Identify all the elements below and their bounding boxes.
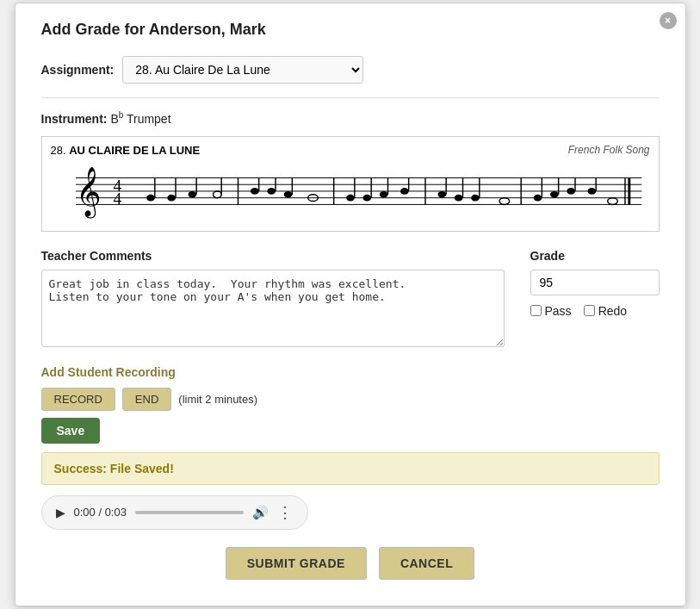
add-recording-link[interactable]: Add Student Recording bbox=[41, 365, 176, 379]
comments-section: Teacher Comments bbox=[41, 249, 505, 351]
grade-input[interactable] bbox=[530, 270, 660, 295]
sheet-music-container: 28. AU CLAIRE DE LA LUNE French Folk Son… bbox=[41, 136, 660, 232]
pass-label: Pass bbox=[545, 304, 572, 318]
sheet-music-attribution: French Folk Song bbox=[568, 144, 650, 156]
grade-label: Grade bbox=[530, 249, 660, 263]
svg-point-36 bbox=[454, 195, 462, 202]
divider bbox=[41, 97, 660, 98]
more-options-button[interactable]: ⋮ bbox=[277, 503, 294, 522]
sheet-music-staff: 𝄞 4 4 bbox=[51, 160, 650, 221]
svg-point-12 bbox=[188, 191, 196, 198]
sheet-music-title: 28. AU CLAIRE DE LA LUNE bbox=[51, 144, 201, 157]
svg-point-46 bbox=[567, 188, 575, 195]
svg-text:𝄞: 𝄞 bbox=[76, 167, 102, 219]
svg-point-8 bbox=[146, 195, 155, 202]
footer-buttons: SUBMIT GRADE CANCEL bbox=[41, 547, 660, 580]
svg-point-52 bbox=[607, 198, 617, 205]
svg-point-19 bbox=[267, 188, 276, 195]
bottom-section: Teacher Comments Grade Pass Redo bbox=[41, 249, 660, 351]
comments-textarea[interactable] bbox=[41, 270, 505, 347]
pass-checkbox[interactable] bbox=[530, 305, 542, 316]
svg-point-21 bbox=[283, 191, 292, 198]
svg-point-38 bbox=[471, 195, 480, 202]
assignment-row: Assignment: 28. Au Claire De La Lune bbox=[41, 56, 660, 84]
audio-player: ▶ 0:00 / 0:03 🔊 ⋮ bbox=[41, 495, 308, 530]
svg-point-25 bbox=[346, 195, 355, 202]
submit-grade-button[interactable]: SUBMIT GRADE bbox=[226, 547, 367, 580]
modal-title: Add Grade for Anderson, Mark bbox=[41, 21, 660, 39]
redo-label: Redo bbox=[598, 304, 627, 318]
cancel-button[interactable]: CANCEL bbox=[379, 547, 474, 580]
svg-point-29 bbox=[379, 191, 387, 198]
svg-point-42 bbox=[533, 195, 542, 202]
sheet-music-header: 28. AU CLAIRE DE LA LUNE French Folk Son… bbox=[51, 144, 650, 157]
add-grade-modal: × Add Grade for Anderson, Mark Assignmen… bbox=[15, 3, 686, 606]
success-banner: Success: File Saved! bbox=[41, 452, 660, 485]
redo-checkbox-label[interactable]: Redo bbox=[584, 304, 627, 318]
svg-text:4: 4 bbox=[113, 190, 121, 208]
instrument-suffix: Trumpet bbox=[123, 112, 170, 126]
redo-checkbox[interactable] bbox=[584, 305, 595, 316]
limit-text: (limit 2 minutes) bbox=[178, 393, 257, 406]
instrument-name: B bbox=[110, 112, 118, 126]
svg-point-10 bbox=[167, 195, 176, 202]
sheet-music-number: 28. bbox=[51, 144, 66, 157]
svg-point-34 bbox=[437, 191, 446, 198]
svg-point-17 bbox=[251, 188, 259, 195]
instrument-row: Instrument: Bb Trumpet bbox=[41, 110, 660, 126]
record-button[interactable]: RECORD bbox=[41, 388, 115, 411]
close-button[interactable]: × bbox=[660, 12, 677, 29]
svg-point-14 bbox=[213, 191, 221, 198]
sheet-music-name: AU CLAIRE DE LA LUNE bbox=[69, 144, 200, 157]
play-button[interactable]: ▶ bbox=[56, 506, 65, 519]
save-button[interactable]: Save bbox=[41, 418, 101, 444]
svg-point-44 bbox=[550, 191, 559, 198]
assignment-select[interactable]: 28. Au Claire De La Lune bbox=[122, 56, 363, 84]
svg-point-40 bbox=[499, 198, 510, 205]
checkbox-row: Pass Redo bbox=[530, 304, 660, 318]
recording-controls: RECORD END (limit 2 minutes) bbox=[41, 388, 660, 411]
time-display: 0:00 / 0:03 bbox=[74, 506, 127, 519]
pass-checkbox-label[interactable]: Pass bbox=[530, 304, 572, 318]
svg-point-27 bbox=[362, 195, 371, 202]
svg-point-31 bbox=[400, 188, 409, 195]
instrument-label: Instrument: bbox=[41, 112, 108, 126]
assignment-label: Assignment: bbox=[41, 63, 115, 77]
volume-button[interactable]: 🔊 bbox=[252, 505, 269, 520]
grade-section: Grade Pass Redo bbox=[530, 249, 660, 318]
comments-label: Teacher Comments bbox=[41, 249, 505, 263]
end-button[interactable]: END bbox=[122, 388, 171, 411]
progress-bar[interactable] bbox=[135, 511, 244, 514]
svg-point-48 bbox=[587, 188, 596, 195]
